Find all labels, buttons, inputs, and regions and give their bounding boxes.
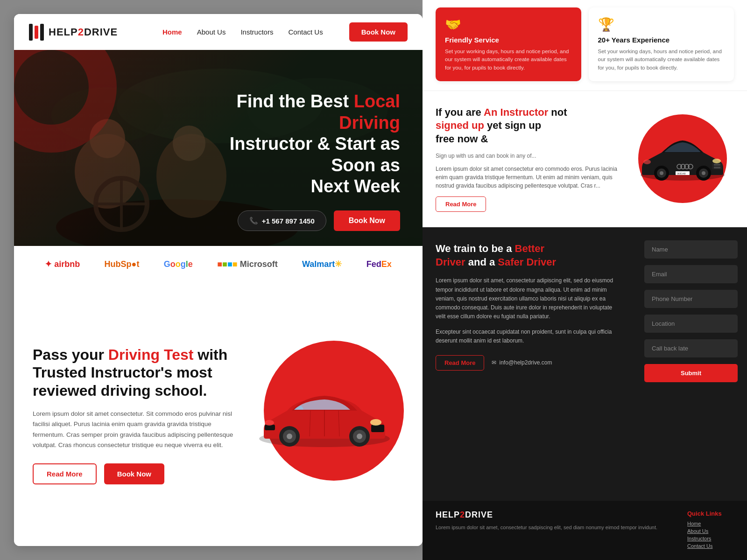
footer-body-text: Lorem ipsum dolor sit amet, consectetur … bbox=[436, 524, 672, 532]
brand-hubspot: HubSp●t bbox=[105, 259, 140, 269]
form-email-link: ✉ info@help2drive.com bbox=[492, 359, 552, 366]
main-heading: Pass your Driving Test with Trusted Inst… bbox=[33, 346, 234, 399]
main-heading-highlight: Driving Test bbox=[108, 346, 194, 363]
logo-bar-1 bbox=[29, 24, 33, 41]
email-input[interactable] bbox=[644, 265, 738, 283]
phone-button[interactable]: 📞 +1 567 897 1450 bbox=[238, 210, 326, 231]
svg-text:363DAB: 363DAB bbox=[677, 172, 686, 175]
svg-point-21 bbox=[370, 419, 381, 426]
logo-2: 2 bbox=[78, 26, 84, 38]
hero-content: Find the Best Local Driving Instructor &… bbox=[180, 76, 423, 246]
hero-section: Find the Best Local Driving Instructor &… bbox=[14, 50, 423, 246]
footer-links-title: Quick Links bbox=[687, 510, 734, 517]
brand-airbnb: ✦ airbnb bbox=[45, 259, 80, 269]
main-car-illustration bbox=[250, 378, 399, 453]
instructor-promo-section: If you are An Instructor not signed up y… bbox=[423, 91, 747, 227]
right-bottom-section: We train to be a BetterDriver and a Safe… bbox=[423, 227, 747, 501]
instructor-text-area: If you are An Instructor not signed up y… bbox=[436, 106, 620, 212]
form-content-area: We train to be a BetterDriver and a Safe… bbox=[423, 227, 635, 501]
book-now-hero-button[interactable]: Book Now bbox=[334, 210, 400, 231]
footer-logo-area: HELP2DRIVE Lorem ipsum dolor sit amet, c… bbox=[436, 510, 672, 532]
nav-contact[interactable]: Contact Us bbox=[288, 28, 323, 36]
name-input[interactable] bbox=[644, 240, 738, 259]
book-now-main-button[interactable]: Book Now bbox=[104, 463, 164, 484]
logo-bar-red bbox=[35, 26, 38, 39]
friendly-service-icon: 🤝 bbox=[445, 17, 572, 32]
experience-icon: 🏆 bbox=[598, 17, 725, 32]
form-heading-highlight2: Safer Driver bbox=[498, 256, 556, 268]
right-top-section: 🤝 Friendly Service Set your working days… bbox=[423, 0, 747, 91]
svg-point-35 bbox=[660, 171, 663, 175]
form-actions: Read More ✉ info@help2drive.com bbox=[436, 355, 622, 371]
form-heading: We train to be a BetterDriver and a Safe… bbox=[436, 242, 622, 269]
nav-home[interactable]: Home bbox=[162, 28, 182, 36]
navbar: HELP2DRIVE Home About Us Instructors Con… bbox=[14, 14, 423, 50]
main-body-text: Lorem ipsum dolor sit amet consectetur. … bbox=[33, 409, 234, 450]
instructor-car-area: 363DAB bbox=[631, 117, 734, 201]
brand-microsoft: ■■■■ Microsoft bbox=[217, 259, 278, 269]
svg-rect-30 bbox=[714, 167, 720, 168]
form-read-more-button[interactable]: Read More bbox=[436, 355, 484, 371]
contact-form: Submit bbox=[635, 227, 747, 501]
instructor-read-more-button[interactable]: Read More bbox=[436, 196, 486, 212]
logo-bar-2 bbox=[40, 24, 44, 41]
svg-point-23 bbox=[265, 420, 274, 426]
logo-area: HELP2DRIVE bbox=[29, 24, 162, 41]
brand-walmart: Walmart✳ bbox=[302, 259, 342, 269]
form-body-text: Lorem ipsum dolor sit amet, consectetur … bbox=[436, 276, 622, 321]
read-more-button[interactable]: Read More bbox=[33, 463, 97, 484]
footer-logo-text: HELP2DRIVE bbox=[436, 510, 672, 520]
nav-about[interactable]: About Us bbox=[197, 28, 226, 36]
form-email-text: info@help2drive.com bbox=[499, 359, 552, 366]
svg-point-16 bbox=[287, 434, 292, 439]
instructor-car-illustration: 363DAB bbox=[634, 133, 732, 184]
main-buttons: Read More Book Now bbox=[33, 463, 234, 484]
service-card-experience-text: Set your working days, hours and notice … bbox=[598, 48, 725, 72]
book-now-nav-button[interactable]: Book Now bbox=[349, 22, 408, 42]
service-card-friendly: 🤝 Friendly Service Set your working days… bbox=[436, 7, 581, 81]
footer-section: HELP2DRIVE Lorem ipsum dolor sit amet, c… bbox=[423, 501, 747, 560]
instructor-body: Sign up with us and can book in any of..… bbox=[436, 152, 620, 161]
phone-input[interactable] bbox=[644, 290, 738, 308]
brand-fedex: FedEx bbox=[366, 259, 392, 269]
form-body-text2: Excepteur sint occaecat cupidatat non pr… bbox=[436, 328, 622, 345]
svg-point-32 bbox=[643, 160, 651, 164]
nav-instructors[interactable]: Instructors bbox=[240, 28, 273, 36]
service-card-friendly-title: Friendly Service bbox=[445, 36, 572, 44]
instructor-heading-highlight1: An Instructor bbox=[484, 106, 548, 118]
footer-link-contact[interactable]: Contact Us bbox=[687, 543, 734, 549]
submit-button[interactable]: Submit bbox=[644, 364, 738, 382]
main-content-section: Pass your Driving Test with Trusted Inst… bbox=[14, 282, 423, 546]
brands-bar: ✦ airbnb HubSp●t Google ■■■■ Microsoft W… bbox=[14, 246, 423, 282]
logo-text: HELP2DRIVE bbox=[49, 26, 118, 38]
service-card-experience: 🏆 20+ Years Experience Set your working … bbox=[589, 7, 734, 81]
phone-number: +1 567 897 1450 bbox=[262, 217, 315, 225]
hero-actions: 📞 +1 567 897 1450 Book Now bbox=[202, 210, 400, 231]
footer-link-about[interactable]: About Us bbox=[687, 528, 734, 534]
footer-link-instructors[interactable]: Instructors bbox=[687, 536, 734, 541]
svg-point-31 bbox=[712, 159, 721, 163]
svg-point-38 bbox=[702, 171, 705, 175]
callback-input[interactable] bbox=[644, 339, 738, 357]
instructor-lorem: Lorem ipsum dolor sit amet consectetur e… bbox=[436, 165, 620, 190]
footer-link-home[interactable]: Home bbox=[687, 521, 734, 526]
phone-icon: 📞 bbox=[249, 217, 258, 225]
location-input[interactable] bbox=[644, 315, 738, 333]
footer-quick-links: Quick Links Home About Us Instructors Co… bbox=[687, 510, 734, 551]
main-text-area: Pass your Driving Test with Trusted Inst… bbox=[33, 346, 234, 484]
instructor-heading: If you are An Instructor not signed up y… bbox=[436, 106, 620, 146]
hero-title: Find the Best Local Driving Instructor &… bbox=[202, 91, 400, 197]
footer-logo-2: 2 bbox=[460, 510, 465, 519]
logo-icon bbox=[29, 24, 44, 41]
service-card-experience-title: 20+ Years Experience bbox=[598, 36, 725, 44]
car-image-area bbox=[245, 350, 404, 481]
svg-rect-20 bbox=[371, 425, 384, 432]
email-icon: ✉ bbox=[492, 359, 496, 366]
hero-title-highlight: Local Driving bbox=[339, 91, 400, 133]
service-card-friendly-text: Set your working days, hours and notice … bbox=[445, 48, 572, 72]
nav-links: Home About Us Instructors Contact Us Boo… bbox=[162, 22, 408, 42]
brand-google: Google bbox=[164, 259, 193, 269]
svg-point-19 bbox=[357, 434, 362, 439]
svg-rect-29 bbox=[714, 164, 720, 166]
instructor-heading-highlight2: signed up bbox=[436, 119, 484, 131]
